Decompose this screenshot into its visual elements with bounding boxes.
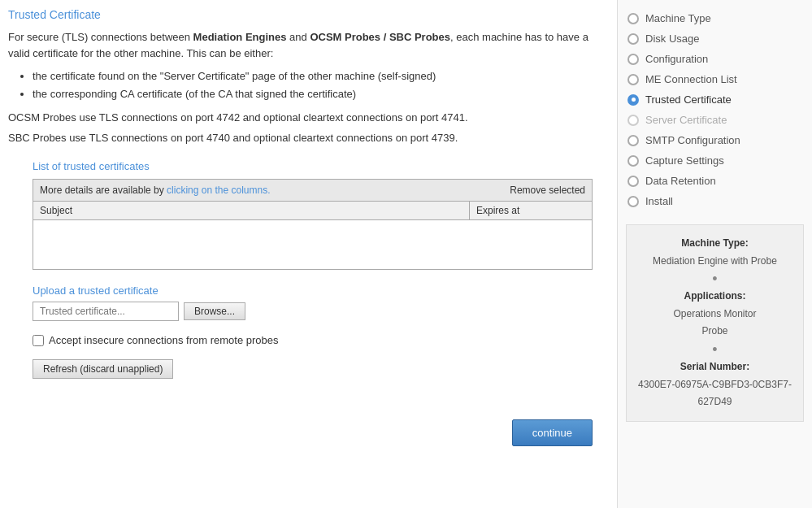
sidebar-label-trusted-certificate: Trusted Certificate <box>645 93 732 106</box>
upload-row: Browse... <box>33 302 593 321</box>
browse-button[interactable]: Browse... <box>184 302 245 320</box>
subject-column-header: Subject <box>33 202 470 219</box>
sbc-info-line: SBC Probes use TLS connections on port 4… <box>8 130 601 146</box>
sidebar-label-machine-type: Machine Type <box>645 12 711 24</box>
bullet-item-2: the corresponding CA certificate (of the… <box>33 85 601 103</box>
sidebar-item-smtp-configuration[interactable]: SMTP Configuration <box>618 130 812 150</box>
insecure-connections-label: Accept insecure connections from remote … <box>49 334 279 346</box>
sidebar-item-me-connection-list[interactable]: ME Connection List <box>618 69 812 89</box>
continue-button[interactable]: continue <box>512 419 593 446</box>
cert-table-header: More details are available by clicking o… <box>33 180 592 202</box>
sidebar-item-data-retention[interactable]: Data Retention <box>618 171 812 191</box>
radio-trusted-certificate <box>627 94 639 106</box>
cert-table-body <box>33 220 592 269</box>
sidebar-label-capture-settings: Capture Settings <box>645 154 724 167</box>
sidebar-item-capture-settings[interactable]: Capture Settings <box>618 150 812 171</box>
app1-value: Operations Monitor <box>636 306 793 323</box>
radio-smtp-configuration <box>627 135 639 146</box>
upload-label: Upload a trusted certificate <box>33 284 593 297</box>
page-title: Trusted Certificate <box>8 8 601 21</box>
sidebar: Machine TypeDisk UsageConfigurationME Co… <box>617 0 812 508</box>
sidebar-label-configuration: Configuration <box>645 53 708 65</box>
app2-value: Probe <box>636 323 793 341</box>
radio-capture-settings <box>627 155 639 167</box>
radio-machine-type <box>627 13 639 24</box>
radio-server-certificate <box>627 115 639 126</box>
cert-table: More details are available by clicking o… <box>33 179 593 270</box>
sidebar-label-disk-usage: Disk Usage <box>645 33 699 45</box>
sidebar-label-server-certificate: Server Certificate <box>645 114 727 126</box>
sidebar-item-trusted-certificate[interactable]: Trusted Certificate <box>618 89 812 110</box>
upload-section: Upload a trusted certificate Browse... <box>33 284 593 321</box>
bullet-item-1: the certificate found on the "Server Cer… <box>33 67 601 85</box>
expires-column-header: Expires at <box>470 202 592 219</box>
main-content: Trusted Certificate For secure (TLS) con… <box>0 0 617 508</box>
continue-row: continue <box>8 403 601 454</box>
serial-value: 4300E7-06975A-C9BFD3-0CB3F7-627D49 <box>636 376 793 411</box>
radio-configuration <box>627 54 639 65</box>
machine-type-value: Mediation Engine with Probe <box>636 253 793 271</box>
sidebar-label-data-retention: Data Retention <box>645 175 716 187</box>
sidebar-item-server-certificate[interactable]: Server Certificate <box>618 110 812 130</box>
sidebar-item-machine-type[interactable]: Machine Type <box>618 8 812 28</box>
ocsm-info-line: OCSM Probes use TLS connections on port … <box>8 110 601 126</box>
radio-disk-usage <box>627 33 639 45</box>
applications-label: Applications: <box>636 288 793 306</box>
radio-me-connection-list <box>627 74 639 85</box>
clicking-columns-link[interactable]: clicking on the columns. <box>167 185 270 196</box>
radio-data-retention <box>627 176 639 187</box>
refresh-button[interactable]: Refresh (discard unapplied) <box>33 359 173 379</box>
radio-install <box>627 196 639 207</box>
serial-label: Serial Number: <box>636 358 793 376</box>
sidebar-item-install[interactable]: Install <box>618 191 812 211</box>
dot-separator-2: • <box>636 342 793 357</box>
cert-list-title: List of trusted certificates <box>33 160 601 172</box>
cert-table-header-text: More details are available by clicking o… <box>40 185 271 196</box>
insecure-connections-row: Accept insecure connections from remote … <box>33 334 593 346</box>
cert-file-input[interactable] <box>33 302 179 321</box>
sidebar-item-disk-usage[interactable]: Disk Usage <box>618 28 812 49</box>
remove-selected-btn[interactable]: Remove selected <box>510 185 585 196</box>
cert-table-columns: Subject Expires at <box>33 202 592 220</box>
sidebar-info-box: Machine Type: Mediation Engine with Prob… <box>626 224 804 422</box>
dot-separator-1: • <box>636 271 793 286</box>
cert-options-list: the certificate found on the "Server Cer… <box>33 67 601 103</box>
sidebar-label-me-connection-list: ME Connection List <box>645 73 737 85</box>
machine-type-label: Machine Type: <box>636 235 793 253</box>
insecure-connections-checkbox[interactable] <box>33 335 44 346</box>
sidebar-label-install: Install <box>645 195 673 207</box>
sidebar-label-smtp-configuration: SMTP Configuration <box>645 134 740 146</box>
intro-paragraph: For secure (TLS) connections between Med… <box>8 29 601 61</box>
sidebar-item-configuration[interactable]: Configuration <box>618 49 812 69</box>
